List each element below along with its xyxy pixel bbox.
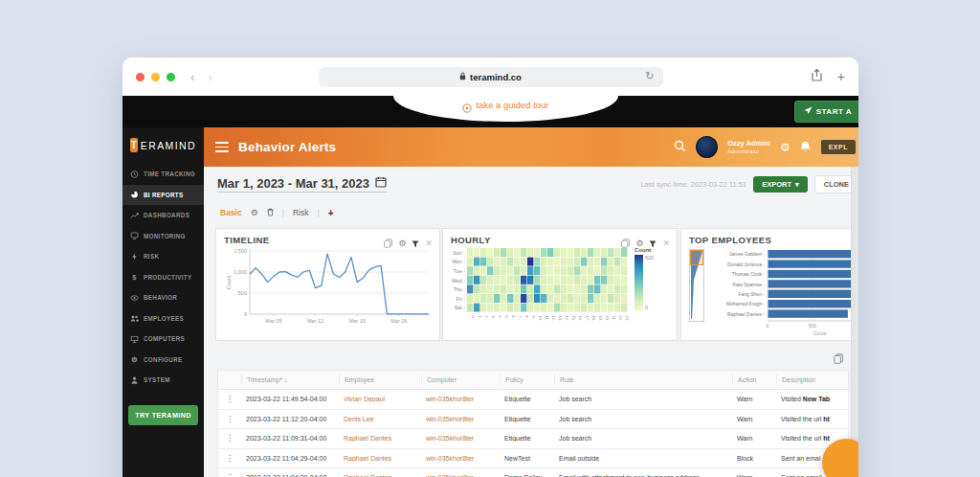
copy-icon[interactable] [384,235,392,252]
sidebar-item-time-tracking[interactable]: TIME TRACKING [122,164,204,185]
sidebar-item-system[interactable]: SYSTEM [122,370,204,391]
cell-description: Visited New Tab [776,396,848,402]
avatar[interactable] [696,136,718,158]
svg-text:Mar 05: Mar 05 [265,318,281,324]
sidebar-item-risk[interactable]: RISK [122,246,204,267]
minimize-window-button[interactable] [151,73,160,81]
hamburger-menu-icon[interactable] [215,142,229,152]
svg-text:1,500: 1,500 [234,248,247,254]
try-teramind-button[interactable]: TRY TERAMIND [128,405,198,425]
svg-text:0: 0 [767,323,769,329]
svg-text:Fang Shen -: Fang Shen - [738,291,765,297]
svg-text:3 -: 3 - [491,315,496,320]
toolbar-right: + [812,68,845,85]
charts-row: TIMELINE ⚙ ✕ 05001,0001,500Mar 05Mar 12M… [215,228,858,341]
heatmap-legend: Count 520 0 [635,245,663,310]
table-row[interactable]: ⋮2023-03-22 11:04:29-04:00Raphael Dantes… [217,468,849,477]
table-header-menu [218,375,241,385]
user-menu[interactable]: Ozzy Admini Administrator [727,139,770,154]
sidebar-item-employees[interactable]: EMPLOYEES [122,308,204,329]
filter-icon[interactable] [649,235,657,252]
start-trial-button[interactable]: START A [794,101,858,123]
add-tab-icon[interactable]: + [328,208,334,218]
table-header-description[interactable]: Description [776,375,848,385]
table-header-action[interactable]: Action [732,375,776,385]
cell-policy: Etiquette [500,435,554,442]
tab-risk[interactable]: Risk [293,208,309,217]
search-icon[interactable] [674,139,686,156]
cell-menu: ⋮ [218,434,241,443]
close-window-button[interactable] [136,73,145,81]
notifications-bell-icon[interactable] [800,139,811,156]
user-icon [130,375,139,384]
row-menu-kebab-icon[interactable]: ⋮ [226,473,234,477]
copy-icon[interactable] [621,235,630,252]
filter-icon[interactable] [412,235,419,252]
table-header-policy[interactable]: Policy [500,375,554,385]
row-menu-kebab-icon[interactable]: ⋮ [226,454,234,463]
timeline-panel: TIMELINE ⚙ ✕ 05001,0001,500Mar 05Mar 12M… [215,228,440,341]
row-menu-kebab-icon[interactable]: ⋮ [226,395,234,403]
table-row[interactable]: ⋮2023-03-22 11:12:20-04:00Denis Leewin-0… [217,410,849,430]
svg-text:6 -: 6 - [511,315,516,320]
tab-basic[interactable]: Basic [220,208,242,217]
new-tab-icon[interactable]: + [837,69,845,84]
hourly-panel-icons: ⚙ ✕ [621,235,670,252]
cell-menu: ⋮ [218,454,241,463]
svg-text:500: 500 [809,323,817,329]
teramind-logo[interactable]: T ERAMIND [122,127,204,164]
share-icon[interactable] [812,68,822,85]
sidebar-item-behavior[interactable]: BEHAVIOR [122,287,204,308]
sidebar-item-bi-reports[interactable]: BI REPORTS [122,185,204,206]
table-header-computer[interactable]: Computer [421,375,500,385]
last-sync-time: Last sync time: 2023-03-22 11:51 [640,180,746,189]
cell-rule: Job search [554,435,732,442]
table-header-timestamp[interactable]: Timestamp* ↓ [241,375,339,385]
vertical-scrollbar[interactable] [851,167,858,477]
refresh-icon[interactable]: ↻ [645,70,654,82]
widget-settings-gear-icon[interactable]: ⚙ [635,239,643,248]
svg-text:Mar 19: Mar 19 [349,318,366,324]
cell-timestamp: 2023-03-22 11:09:31-04:00 [241,435,339,442]
forward-icon[interactable]: › [208,70,212,84]
table-row[interactable]: ⋮2023-03-22 11:04:29-04:00Raphael Dantes… [217,449,849,469]
svg-text:16 -: 16 - [578,315,583,323]
table-header-employee[interactable]: Employee [339,375,421,385]
tab-delete-trash-icon[interactable] [267,208,274,218]
row-menu-kebab-icon[interactable]: ⋮ [226,415,234,423]
sidebar-item-dashboards[interactable]: DASHBOARDS [122,205,204,226]
table-header-rule[interactable]: Rule [554,375,732,385]
monitor-icon [130,232,139,240]
app-frame: T ERAMIND TIME TRACKINGBI REPORTSDASHBOA… [122,127,858,477]
row-menu-kebab-icon[interactable]: ⋮ [226,434,234,443]
svg-text:13 -: 13 - [558,315,563,323]
guided-tour-banner[interactable]: take a guided tour [393,96,618,122]
table-copy-icon[interactable] [834,351,843,368]
sidebar-item-productivity[interactable]: $PRODUCTIVITY [122,267,204,288]
report-tabs: Basic ⚙ | Risk | + [204,201,858,224]
table-row[interactable]: ⋮2023-03-22 11:49:54-04:00Vivian Depaulw… [217,390,849,410]
sidebar-item-configure[interactable]: ⚙CONFIGURE [122,350,204,371]
chart-minimap[interactable] [689,249,704,326]
explore-button[interactable]: EXPL [820,139,857,155]
back-icon[interactable]: ‹ [190,70,194,84]
close-icon[interactable]: ✕ [662,239,670,248]
cell-rule: Job search [554,396,732,402]
sidebar-item-label: COMPUTERS [144,335,185,342]
cell-computer: win-035khor8ter [421,455,500,462]
table-row[interactable]: ⋮2023-03-22 11:09:31-04:00Raphael Dantes… [217,429,849,449]
sidebar-item-monitoring[interactable]: MONITORING [122,226,204,247]
widget-settings-gear-icon[interactable]: ⚙ [398,239,406,248]
close-icon[interactable]: ✕ [425,239,433,248]
settings-gear-icon[interactable]: ⚙ [780,141,791,154]
date-range-picker[interactable]: Mar 1, 2023 - Mar 31, 2023 [217,176,387,193]
clock-icon [130,170,139,178]
svg-text:Count: Count [813,330,827,336]
svg-text:18 -: 18 - [591,315,596,323]
sidebar-item-computers[interactable]: COMPUTERS [122,329,204,350]
export-button[interactable]: EXPORT▾ [753,176,808,193]
zoom-window-button[interactable] [167,73,175,81]
sidebar-item-label: PRODUCTIVITY [144,274,191,281]
tab-settings-gear-icon[interactable]: ⚙ [251,208,258,217]
address-bar[interactable]: teramind.co ↻ [319,67,663,87]
